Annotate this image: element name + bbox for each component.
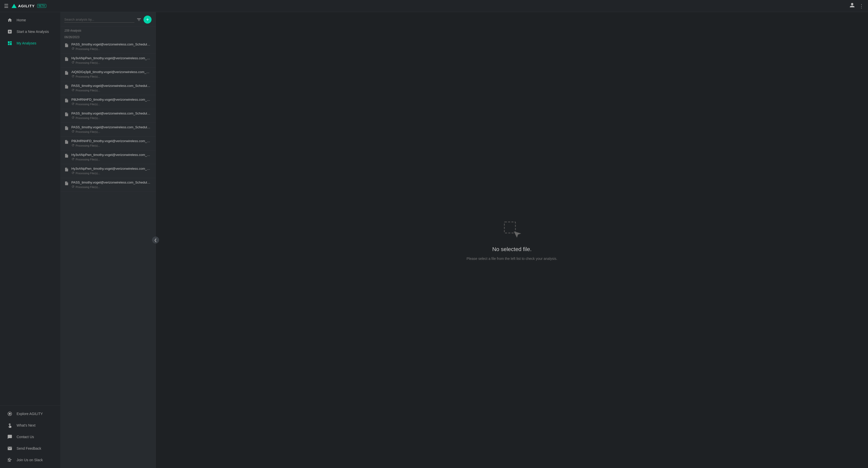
analysis-info: PASS_timothy.vogel@verizonwireless.com_S… xyxy=(71,42,152,51)
account-icon[interactable] xyxy=(849,2,855,9)
processing-icon xyxy=(71,88,75,92)
analysis-list-item[interactable]: PASS_timothy.vogel@verizonwireless.com_S… xyxy=(60,40,156,54)
analysis-name: P8lJHRNHFD_timothy.vogel@verizonwireless… xyxy=(71,98,152,101)
file-icon xyxy=(64,85,69,91)
analysis-name: Hy3vANpPwn_timothy.vogel@verizonwireless… xyxy=(71,167,152,170)
status-text: Processing File(s)... xyxy=(75,89,100,92)
analysis-name: P8lJHRNHFD_timothy.vogel@verizonwireless… xyxy=(71,139,152,143)
search-input[interactable] xyxy=(64,16,134,23)
analysis-info: AiQ6DGq3p8_timothy.vogel@verizonwireless… xyxy=(71,70,152,78)
analysis-status: Processing File(s)... xyxy=(71,185,152,189)
status-text: Processing File(s)... xyxy=(75,47,100,51)
no-selection-subtitle: Please select a file from the left list … xyxy=(466,257,557,261)
status-text: Processing File(s)... xyxy=(75,130,100,133)
topbar: ☰ AGILITY BETA ⋮ xyxy=(0,0,868,12)
analysis-info: PASS_timothy.vogel@verizonwireless.com_S… xyxy=(71,125,152,134)
analysis-list-item[interactable]: P8lJHRNHFD_timothy.vogel@verizonwireless… xyxy=(60,95,156,109)
analysis-info: P8lJHRNHFD_timothy.vogel@verizonwireless… xyxy=(71,139,152,147)
content-area: No selected file. Please select a file f… xyxy=(156,12,868,468)
panel-header: + xyxy=(60,12,156,26)
analysis-list-item[interactable]: P8lJHRNHFD_timothy.vogel@verizonwireless… xyxy=(60,137,156,151)
sidebar-bottom: Explore AGILITY What's Next Contact Us S… xyxy=(0,405,60,466)
app-name: AGILITY xyxy=(18,4,35,8)
processing-icon xyxy=(71,171,75,175)
no-selection-title: No selected file. xyxy=(492,246,532,253)
menu-icon[interactable]: ☰ xyxy=(4,3,8,9)
sidebar-item-explore[interactable]: Explore AGILITY xyxy=(2,408,58,419)
analysis-info: PASS_timothy.vogel@verizonwireless.com_S… xyxy=(71,180,152,189)
analysis-status: Processing File(s)... xyxy=(71,88,152,92)
analysis-name: PASS_timothy.vogel@verizonwireless.com_S… xyxy=(71,111,152,115)
sidebar-my-analyses-label: My Analyses xyxy=(17,41,36,45)
processing-icon xyxy=(71,102,75,106)
send-feedback-icon xyxy=(7,446,12,451)
no-selection-icon xyxy=(502,220,522,242)
analysis-list-item[interactable]: Hy3vANpPwn_timothy.vogel@verizonwireless… xyxy=(60,54,156,68)
sidebar-join-slack-label: Join Us on Slack xyxy=(17,458,43,462)
analysis-status: Processing File(s)... xyxy=(71,116,152,120)
analysis-status: Processing File(s)... xyxy=(71,144,152,147)
sidebar-item-whats-next[interactable]: What's Next xyxy=(2,420,58,431)
file-icon xyxy=(64,167,69,173)
analysis-name: PASS_timothy.vogel@verizonwireless.com_S… xyxy=(71,125,152,129)
status-text: Processing File(s)... xyxy=(75,158,100,161)
date-group-label: 06/26/2023 xyxy=(60,33,156,40)
add-icon-circle: + xyxy=(144,15,152,24)
filter-icon[interactable] xyxy=(136,17,142,22)
sidebar-item-join-slack[interactable]: Join Us on Slack xyxy=(2,455,58,466)
sidebar-item-send-feedback[interactable]: Send Feedback xyxy=(2,443,58,454)
analysis-info: Hy3vANpPwn_timothy.vogel@verizonwireless… xyxy=(71,153,152,161)
file-icon xyxy=(64,126,69,132)
file-icon xyxy=(64,140,69,146)
whats-next-icon xyxy=(7,423,12,428)
sidebar-whats-next-label: What's Next xyxy=(17,423,35,427)
logo-triangle xyxy=(11,4,17,8)
analysis-status: Processing File(s)... xyxy=(71,47,152,51)
analysis-list-item[interactable]: PASS_timothy.vogel@verizonwireless.com_S… xyxy=(60,178,156,192)
analysis-name: PASS_timothy.vogel@verizonwireless.com_S… xyxy=(71,180,152,184)
analysis-status: Processing File(s)... xyxy=(71,102,152,106)
status-text: Processing File(s)... xyxy=(75,186,100,189)
collapse-button[interactable]: ❮ xyxy=(152,236,159,243)
main-layout: Home Start a New Analysis My Analyses xyxy=(0,12,868,468)
analysis-status: Processing File(s)... xyxy=(71,158,152,161)
sidebar-item-my-analyses[interactable]: My Analyses xyxy=(2,38,58,49)
analysis-list-item[interactable]: Hy3vANpPwn_timothy.vogel@verizonwireless… xyxy=(60,164,156,178)
sidebar-item-home[interactable]: Home xyxy=(2,14,58,26)
logo: AGILITY BETA xyxy=(11,4,46,8)
processing-icon xyxy=(71,116,75,120)
analysis-list: PASS_timothy.vogel@verizonwireless.com_S… xyxy=(60,40,156,468)
analysis-list-item[interactable]: PASS_timothy.vogel@verizonwireless.com_S… xyxy=(60,123,156,137)
more-icon[interactable]: ⋮ xyxy=(859,3,864,9)
no-selection-panel: No selected file. Please select a file f… xyxy=(466,220,557,261)
add-analysis-button[interactable]: + xyxy=(144,15,152,24)
sidebar-item-new-analysis[interactable]: Start a New Analysis xyxy=(2,26,58,37)
file-icon xyxy=(64,43,69,49)
analysis-list-item[interactable]: PASS_timothy.vogel@verizonwireless.com_S… xyxy=(60,81,156,95)
analysis-list-item[interactable]: PASS_timothy.vogel@verizonwireless.com_S… xyxy=(60,109,156,123)
processing-icon xyxy=(71,130,75,134)
file-icon xyxy=(64,154,69,160)
processing-icon xyxy=(71,158,75,161)
file-icon xyxy=(64,181,69,187)
analysis-status: Processing File(s)... xyxy=(71,130,152,134)
sidebar-home-label: Home xyxy=(17,18,26,22)
analysis-name: Hy3vANpPwn_timothy.vogel@verizonwireless… xyxy=(71,56,152,60)
analysis-info: P8lJHRNHFD_timothy.vogel@verizonwireless… xyxy=(71,98,152,106)
analysis-info: PASS_timothy.vogel@verizonwireless.com_S… xyxy=(71,111,152,120)
explore-icon xyxy=(7,411,12,416)
analysis-count: 159 Analysis xyxy=(60,26,156,33)
my-analyses-icon xyxy=(7,41,12,46)
analysis-status: Processing File(s)... xyxy=(71,61,152,65)
analysis-info: Hy3vANpPwn_timothy.vogel@verizonwireless… xyxy=(71,56,152,65)
svg-marker-1 xyxy=(514,232,521,237)
sidebar-send-feedback-label: Send Feedback xyxy=(17,446,41,450)
file-icon xyxy=(64,98,69,104)
home-icon xyxy=(7,18,12,23)
analysis-list-item[interactable]: AiQ6DGq3p8_timothy.vogel@verizonwireless… xyxy=(60,68,156,81)
topbar-actions: ⋮ xyxy=(849,2,864,9)
sidebar-item-contact-us[interactable]: Contact Us xyxy=(2,431,58,442)
analysis-list-item[interactable]: Hy3vANpPwn_timothy.vogel@verizonwireless… xyxy=(60,151,156,164)
status-text: Processing File(s)... xyxy=(75,75,100,78)
processing-icon xyxy=(71,61,75,65)
